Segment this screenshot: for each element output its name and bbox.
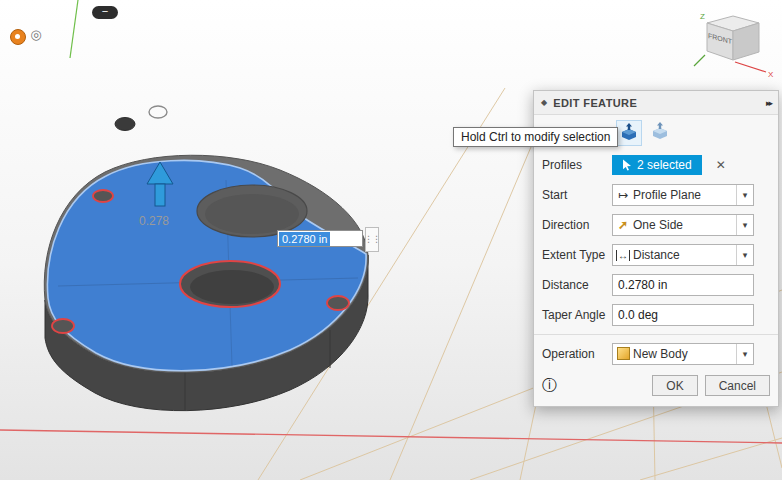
fusion-viewport: FRONT X Z − ◎ 0.278 0.2780 in ⋮⋮ Hold Ct… [0, 0, 782, 480]
ring-top [149, 106, 167, 118]
row-extent: Extent Type ↔ Distance ▾ [534, 240, 778, 270]
row-start: Start ↦ Profile Plane ▾ [534, 180, 778, 210]
viewport-distance-value: 0.2780 in [279, 232, 330, 246]
cancel-button[interactable]: Cancel [705, 375, 770, 396]
row-operation: Operation New Body ▾ [534, 339, 778, 369]
y-axis-line [70, 0, 78, 58]
selection-tooltip: Hold Ctrl to modify selection [453, 127, 618, 147]
start-dropdown[interactable]: ↦ Profile Plane ▾ [612, 184, 754, 206]
one-side-icon: ➚ [613, 218, 633, 232]
origin-icon[interactable]: ◎ [29, 28, 43, 42]
row-direction: Direction ➚ One Side ▾ [534, 210, 778, 240]
hole-profile-2[interactable] [52, 319, 74, 333]
hole-top-left[interactable] [115, 118, 135, 131]
dialog-footer: ⓘ OK Cancel [534, 369, 778, 406]
minus-icon: − [102, 5, 108, 17]
ok-button[interactable]: OK [652, 375, 697, 396]
extent-type-dropdown[interactable]: ↔ Distance ▾ [612, 244, 754, 266]
dialog-title: EDIT FEATURE [553, 97, 766, 109]
row-profiles: Profiles 2 selected ✕ [534, 150, 778, 180]
profiles-label: Profiles [542, 158, 612, 172]
browser-collapse-button[interactable]: − [92, 6, 118, 19]
operation-value: New Body [633, 347, 736, 361]
drag-grip-icon[interactable]: ⋮⋮ [365, 227, 379, 252]
dimension-label: 0.278 [139, 214, 169, 228]
distance-extent-icon: ↔ [616, 250, 630, 261]
distance-input[interactable] [612, 274, 754, 296]
viewport-distance-input[interactable]: 0.2780 in [277, 230, 363, 247]
start-value: Profile Plane [633, 188, 736, 202]
row-taper: Taper Angle [534, 300, 778, 330]
hole-profile-3[interactable] [327, 296, 349, 310]
x-axis-line [0, 430, 782, 443]
profile-plane-icon: ↦ [613, 188, 633, 202]
thin-extrude-tool-icon[interactable] [648, 120, 672, 144]
chevron-down-icon: ▾ [736, 344, 753, 364]
direction-label: Direction [542, 218, 612, 232]
info-icon[interactable]: ⓘ [542, 376, 652, 395]
diamond-icon: ◆ [541, 98, 547, 107]
operation-label: Operation [542, 347, 612, 361]
dialog-separator [534, 334, 778, 335]
row-distance: Distance [534, 270, 778, 300]
profiles-count: 2 selected [637, 158, 692, 172]
dialog-header[interactable]: ◆ EDIT FEATURE ▸▸ [534, 91, 778, 115]
pocket-inner [205, 194, 299, 234]
direction-dropdown[interactable]: ➚ One Side ▾ [612, 214, 754, 236]
taper-angle-input[interactable] [612, 304, 754, 326]
select-cursor-icon [622, 159, 632, 171]
extent-value: Distance [633, 248, 736, 262]
hole-profile-1[interactable] [93, 190, 113, 202]
distance-label: Distance [542, 278, 612, 292]
new-body-icon [617, 347, 630, 360]
viewcube-z-label: Z [700, 12, 705, 21]
extrude-tool-icon[interactable] [616, 120, 642, 146]
start-label: Start [542, 188, 612, 202]
direction-value: One Side [633, 218, 736, 232]
chevron-down-icon: ▾ [736, 185, 753, 205]
extent-label: Extent Type [542, 248, 612, 262]
profiles-selection-button[interactable]: 2 selected [612, 155, 702, 175]
viewcube-x-label: X [768, 70, 773, 79]
chevron-down-icon: ▾ [736, 215, 753, 235]
notification-badge-icon[interactable] [10, 29, 26, 45]
chevron-down-icon: ▾ [736, 245, 753, 265]
clear-selection-icon[interactable]: ✕ [716, 158, 726, 172]
expand-panel-icon[interactable]: ▸▸ [766, 98, 771, 108]
operation-dropdown[interactable]: New Body ▾ [612, 343, 754, 365]
dialog-rows: Profiles 2 selected ✕ Start ↦ Profile Pl… [534, 148, 778, 369]
taper-angle-label: Taper Angle [542, 308, 612, 322]
center-hole-shadow [190, 270, 274, 304]
